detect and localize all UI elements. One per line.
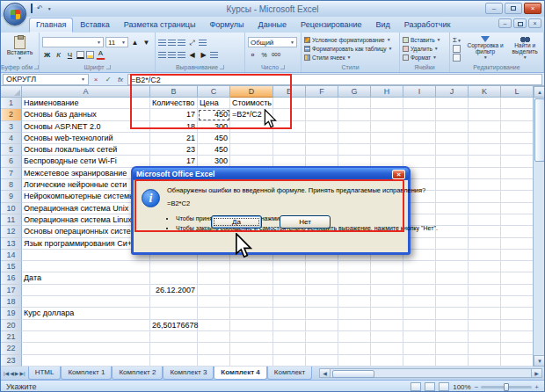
row-header-18[interactable]: 18 bbox=[1, 296, 22, 308]
cell-J4[interactable] bbox=[436, 133, 469, 144]
cell-A6[interactable]: Беспроводные сети Wi-Fi bbox=[22, 156, 150, 167]
cell-H17[interactable] bbox=[371, 285, 403, 296]
cell-A17[interactable] bbox=[22, 285, 150, 296]
row-header-3[interactable]: 3 bbox=[1, 121, 22, 133]
cell-C20[interactable] bbox=[198, 320, 230, 331]
cell-L5[interactable] bbox=[501, 144, 533, 156]
cell-L13[interactable] bbox=[501, 238, 533, 250]
cell-I17[interactable] bbox=[403, 285, 436, 296]
select-all-button[interactable] bbox=[1, 86, 22, 98]
cell-D15[interactable] bbox=[230, 261, 273, 272]
row-header-7[interactable]: 7 bbox=[1, 168, 22, 179]
tab-insert[interactable]: Вставка bbox=[73, 18, 116, 33]
align-center-icon[interactable] bbox=[168, 52, 176, 58]
cell-G18[interactable] bbox=[338, 296, 371, 308]
cell-H20[interactable] bbox=[371, 320, 403, 331]
cell-F23[interactable] bbox=[306, 355, 338, 367]
cell-J20[interactable] bbox=[436, 320, 469, 331]
zoom-slider-track[interactable] bbox=[481, 386, 532, 388]
cell-C17[interactable] bbox=[198, 285, 230, 296]
cell-D23[interactable] bbox=[230, 355, 273, 367]
horizontal-scroll-track[interactable] bbox=[331, 368, 531, 378]
align-left-icon[interactable] bbox=[158, 52, 166, 58]
cell-F15[interactable] bbox=[306, 261, 338, 272]
page-layout-view-button[interactable] bbox=[425, 382, 435, 391]
cell-J21[interactable] bbox=[436, 331, 469, 343]
cell-K10[interactable] bbox=[469, 203, 501, 214]
row-header-22[interactable]: 22 bbox=[1, 343, 22, 354]
cell-L2[interactable] bbox=[501, 109, 533, 120]
sheet-tab-komplekt1[interactable]: Комплект 1 bbox=[61, 367, 112, 380]
number-dialog-launcher-icon[interactable] bbox=[280, 65, 285, 69]
cell-K3[interactable] bbox=[469, 121, 501, 133]
cell-L22[interactable] bbox=[501, 343, 533, 354]
cell-J13[interactable] bbox=[436, 238, 469, 250]
cell-A22[interactable] bbox=[22, 343, 150, 354]
cell-L18[interactable] bbox=[501, 296, 533, 308]
cell-G23[interactable] bbox=[338, 355, 371, 367]
row-header-9[interactable]: 9 bbox=[1, 191, 22, 202]
cell-J7[interactable] bbox=[436, 168, 469, 179]
cell-B17[interactable]: 26.12.2007 bbox=[150, 285, 198, 296]
row-header-4[interactable]: 4 bbox=[1, 133, 22, 144]
cell-K12[interactable] bbox=[469, 226, 501, 237]
scroll-down-icon[interactable]: ▼ bbox=[534, 355, 545, 367]
tab-home[interactable]: Главная bbox=[29, 18, 73, 33]
cell-H19[interactable] bbox=[371, 308, 403, 319]
cell-L12[interactable] bbox=[501, 226, 533, 237]
cell-C15[interactable] bbox=[198, 261, 230, 272]
cell-I15[interactable] bbox=[403, 261, 436, 272]
cell-L8[interactable] bbox=[501, 179, 533, 191]
font-dialog-launcher-icon[interactable] bbox=[106, 65, 111, 69]
cell-L14[interactable] bbox=[501, 250, 533, 261]
cell-E5[interactable] bbox=[273, 144, 306, 156]
restore-button[interactable] bbox=[505, 3, 522, 14]
cell-L15[interactable] bbox=[501, 261, 533, 272]
cell-G19[interactable] bbox=[338, 308, 371, 319]
cell-J19[interactable] bbox=[436, 308, 469, 319]
cell-E19[interactable] bbox=[273, 308, 306, 319]
cell-K7[interactable] bbox=[469, 168, 501, 179]
cell-K6[interactable] bbox=[469, 156, 501, 167]
row-header-11[interactable]: 11 bbox=[1, 214, 22, 226]
next-sheet-button[interactable]: ▶ bbox=[15, 370, 19, 376]
sheet-tab-komplekt5[interactable]: Комплект bbox=[267, 367, 312, 380]
underline-button[interactable]: Ч bbox=[65, 49, 75, 60]
cell-F17[interactable] bbox=[306, 285, 338, 296]
cell-styles-button[interactable]: Стили ячеек▼ bbox=[304, 54, 351, 62]
row-header-10[interactable]: 10 bbox=[1, 203, 22, 214]
workbook-minimize-button[interactable]: – bbox=[498, 18, 512, 28]
cell-F4[interactable] bbox=[306, 133, 338, 144]
cell-K8[interactable] bbox=[469, 179, 501, 191]
font-size-combo[interactable]: 11▼ bbox=[105, 37, 128, 47]
row-header-17[interactable]: 17 bbox=[1, 285, 22, 296]
page-break-view-button[interactable] bbox=[439, 382, 449, 391]
cell-G5[interactable] bbox=[338, 144, 371, 156]
autosum-button[interactable]: Σ▼ bbox=[453, 36, 461, 44]
cell-B18[interactable] bbox=[150, 296, 198, 308]
scroll-right-icon[interactable]: ▶ bbox=[531, 368, 542, 378]
first-sheet-button[interactable]: |◀ bbox=[4, 370, 9, 376]
cell-K19[interactable] bbox=[469, 308, 501, 319]
cell-A18[interactable] bbox=[22, 296, 150, 308]
increase-indent-icon[interactable]: ▶ bbox=[199, 49, 208, 60]
font-color-button[interactable]: А bbox=[96, 49, 105, 60]
cell-K1[interactable] bbox=[469, 98, 501, 109]
row-header-2[interactable]: 2 bbox=[1, 109, 22, 120]
cell-L6[interactable] bbox=[501, 156, 533, 167]
cell-J14[interactable] bbox=[436, 250, 469, 261]
tab-page-layout[interactable]: Разметка страницы bbox=[117, 18, 203, 33]
cell-H16[interactable] bbox=[371, 272, 403, 284]
cell-K13[interactable] bbox=[469, 238, 501, 250]
cell-E18[interactable] bbox=[273, 296, 306, 308]
cell-E16[interactable] bbox=[273, 272, 306, 284]
cell-D4[interactable] bbox=[230, 133, 273, 144]
borders-icon[interactable] bbox=[76, 51, 84, 59]
clear-button-icon[interactable] bbox=[453, 54, 461, 62]
cell-J12[interactable] bbox=[436, 226, 469, 237]
cell-H23[interactable] bbox=[371, 355, 403, 367]
cell-H3[interactable] bbox=[371, 121, 403, 133]
cell-C5[interactable]: 450 bbox=[198, 144, 230, 156]
tab-data[interactable]: Данные bbox=[251, 18, 294, 33]
column-header-F[interactable]: F bbox=[306, 86, 338, 98]
